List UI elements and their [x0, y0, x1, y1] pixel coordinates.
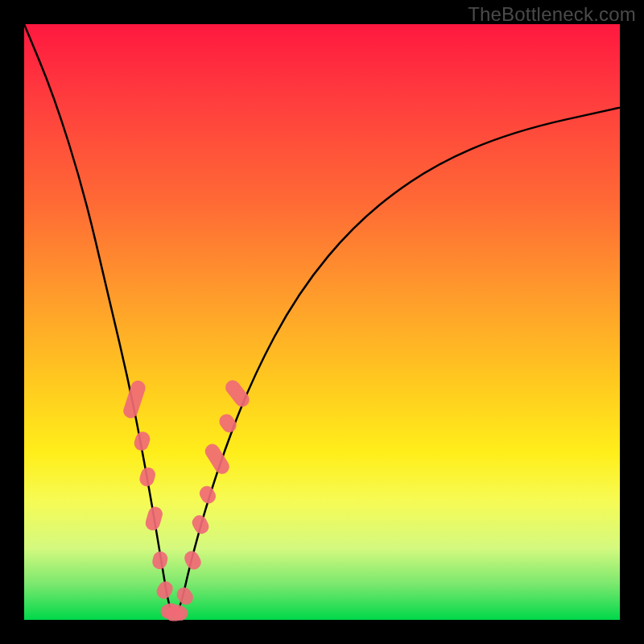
data-marker [151, 550, 169, 571]
data-marker [122, 379, 147, 420]
marker-layer [122, 378, 252, 623]
data-marker [182, 548, 204, 572]
svg-rect-1 [132, 430, 151, 452]
svg-rect-10 [182, 548, 204, 572]
watermark-text: TheBottleneck.com [468, 3, 636, 26]
data-marker [132, 430, 151, 452]
svg-rect-9 [174, 584, 196, 608]
svg-rect-5 [154, 579, 175, 601]
svg-rect-4 [151, 550, 169, 571]
svg-rect-3 [144, 505, 164, 531]
svg-rect-14 [217, 411, 239, 436]
data-marker [174, 584, 196, 608]
data-marker [138, 465, 157, 488]
data-marker [202, 441, 232, 477]
curve-layer [24, 24, 620, 620]
data-marker [197, 483, 219, 506]
bottleneck-curve [24, 24, 620, 614]
svg-rect-11 [190, 513, 212, 536]
data-marker [217, 411, 239, 436]
chart-frame: TheBottleneck.com [0, 0, 644, 644]
data-marker [144, 505, 164, 531]
svg-rect-2 [138, 465, 157, 488]
svg-rect-0 [122, 379, 147, 420]
bottleneck-curve-path [24, 24, 620, 614]
data-marker [154, 579, 175, 601]
plot-area [24, 24, 620, 620]
data-marker [190, 513, 212, 536]
svg-rect-13 [202, 441, 232, 477]
svg-rect-12 [197, 483, 219, 506]
